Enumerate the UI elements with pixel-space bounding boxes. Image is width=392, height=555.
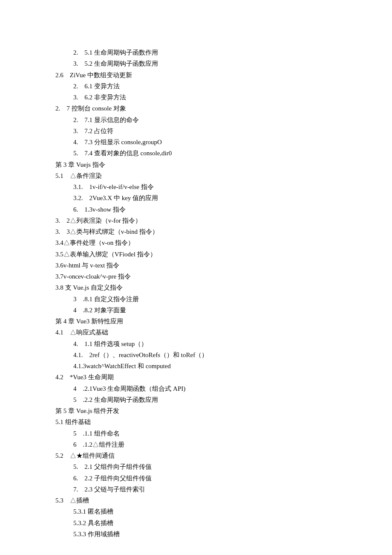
- toc-line: 5. 2.1 父组件向子组件传值: [73, 461, 337, 472]
- toc-line: 3. 3△类与样式绑定（v-bind 指令）: [55, 226, 337, 237]
- toc-line: 2. 5.1 生命周期钩子函数作用: [73, 47, 337, 58]
- toc-line: 3.5△表单输入绑定（VFiodel 指令）: [55, 249, 337, 260]
- toc-line: 5. 7.4 查看对象的信息 console,dir0: [73, 148, 337, 159]
- toc-line: 5.3 △插槽: [55, 495, 337, 506]
- toc-line: 第 3 章 Vuejs 指令: [55, 159, 337, 170]
- toc-line: 6. 1.3v-show 指令: [73, 204, 337, 215]
- toc-line: 4 .2.1Vue3 生命周期函数（组合式 API): [73, 383, 337, 394]
- toc-line: 5.3.3 作用域插槽: [73, 529, 337, 540]
- toc-line: 3.2. 2Vue3.X 中 key 值的应用: [73, 192, 337, 203]
- toc-line: 3. 7.2 占位符: [73, 125, 337, 137]
- toc-line: 7. 2.3 父链与子组件索引: [73, 484, 337, 495]
- toc-line: 5.1 组件基础: [55, 416, 337, 427]
- toc-line: 3.6v-html 与 v-text 指令: [55, 260, 337, 271]
- toc-line: 4.1. 2ref（）、reactiveOtoRefs（）和 toRef（）: [73, 349, 337, 360]
- toc-line: 3 .8.1 自定义指令注册: [73, 293, 337, 305]
- toc-line: 3. 2△列表渲染（v-for 指令）: [55, 215, 337, 226]
- toc-line: 3.7v-oncev-cloak^v-pre 指令: [55, 271, 337, 282]
- toc-line: 3. 6.2 非变异方法: [73, 92, 337, 103]
- toc-line: 3.1. 1v-if/v-ele-if/v-else 指令: [73, 181, 337, 192]
- toc-line: 2. 6.1 变异方法: [73, 81, 337, 92]
- toc-line: 2. 7 控制台 console 对象: [55, 103, 337, 114]
- toc-line: 4.1.3watch^WatchEffect 和 computed: [73, 360, 337, 372]
- toc-line: 6 .1.2△组件注册: [73, 439, 337, 450]
- toc-line: 4.2 *Vue3 生命周期: [55, 372, 337, 383]
- toc-line: 5.1 △条件渲染: [55, 170, 337, 181]
- toc-line: 5.3.2 具名插槽: [73, 517, 337, 529]
- toc-line: 3.8 支 Vue.js 自定义指令: [55, 282, 337, 293]
- toc-line: 5.3.1 匿名插槽: [73, 506, 337, 517]
- toc-line: 2. 7.1 显示信息的命令: [73, 114, 337, 125]
- toc-line: 4 .8.2 对象字面量: [73, 305, 337, 316]
- toc-line: 第 5 章 Vue.js 组件开发: [55, 405, 337, 416]
- toc-line: 5 .2.2 生命周期钩子函数应用: [73, 394, 337, 405]
- document-page: 2. 5.1 生命周期钩子函数作用3. 5.2 生命周期钩子函数应用2.6 Zi…: [0, 0, 392, 555]
- toc-line: 5 .1.1 组件命名: [73, 428, 337, 439]
- toc-line: 4. 1.1 组件选项 setup（）: [73, 338, 337, 349]
- toc-line: 第 4 章 Vue3 新特性应用: [55, 316, 337, 327]
- toc-line: 6. 2.2 子组件向父组件传值: [73, 473, 337, 484]
- toc-line: 5.2 △★组件间通信: [55, 450, 337, 461]
- toc-line: 4. 7.3 分组显示 console,groupO: [73, 137, 337, 148]
- toc-line: 4.1 △响应式基础: [55, 327, 337, 338]
- toc-line: 3.4△事件处理（v-on 指令）: [55, 237, 337, 248]
- toc-line: 3. 5.2 生命周期钩子函数应用: [73, 58, 337, 69]
- toc-line: 2.6 ZiVue 中数组变动更新: [55, 70, 337, 81]
